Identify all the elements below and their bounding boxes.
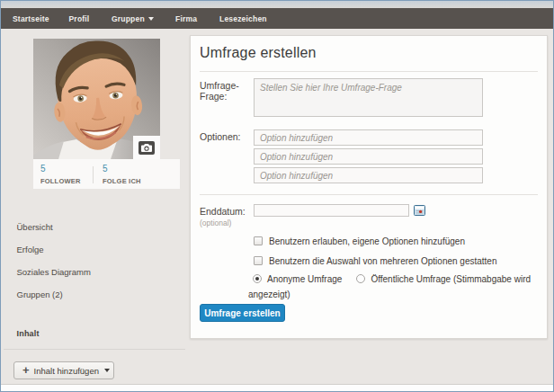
add-content-button[interactable]: + Inhalt hinzufügen	[13, 361, 114, 379]
following-label: FOLGE ICH	[103, 177, 141, 185]
options-label: Optionen:	[200, 129, 254, 186]
main-navigation: Startseite Profil Gruppen Firma Lesezeic…	[1, 8, 553, 29]
section-divider	[200, 194, 538, 195]
follower-stat[interactable]: 5 FOLLOWER	[40, 164, 81, 185]
nav-item-startseite[interactable]: Startseite	[13, 8, 49, 29]
checkbox-row-1: Benutzern erlauben, eigene Optionen hinz…	[200, 236, 538, 246]
sidebar-item-uebersicht[interactable]: Übersicht	[17, 222, 91, 245]
enddate-fields	[254, 204, 425, 227]
chevron-down-icon	[148, 17, 154, 21]
anonymous-poll-label: Anonyme Umfrage	[267, 274, 342, 284]
sidebar-item-erfolge[interactable]: Erfolge	[17, 245, 91, 267]
options-fields	[254, 129, 483, 186]
enddate-label-text: Enddatum:	[200, 206, 254, 217]
chevron-down-icon	[104, 369, 110, 372]
create-poll-panel: Umfrage erstellen Umfrage-Frage: Optione…	[190, 35, 548, 339]
profile-photo	[33, 39, 160, 159]
anonymous-poll-option: Anonyme Umfrage	[253, 274, 342, 284]
enddate-optional-note: (optional)	[200, 218, 254, 228]
options-row: Optionen:	[200, 129, 538, 186]
question-row: Umfrage-Frage:	[200, 78, 538, 120]
sidebar-menu: Übersicht Erfolge Soziales Diagramm Grup…	[17, 222, 91, 312]
public-poll-radio[interactable]	[356, 274, 365, 283]
camera-icon	[138, 141, 155, 155]
page-title: Umfrage erstellen	[200, 45, 538, 61]
follower-label: FOLLOWER	[40, 177, 81, 185]
nav-item-label: Profil	[69, 14, 90, 23]
footer-strip	[1, 384, 553, 391]
poll-option-input-1[interactable]	[254, 129, 483, 146]
edit-photo-button[interactable]	[133, 136, 160, 159]
sidebar-divider	[4, 349, 185, 350]
page: Startseite Profil Gruppen Firma Lesezeic…	[0, 0, 554, 392]
following-count: 5	[103, 164, 141, 174]
allow-multiple-options-label: Benutzern die Auswahl von mehreren Optio…	[269, 256, 497, 266]
title-divider	[200, 71, 538, 72]
nav-item-gruppen[interactable]: Gruppen	[112, 8, 154, 29]
nav-item-label: Startseite	[13, 14, 49, 23]
allow-multiple-options-checkbox[interactable]	[254, 256, 263, 265]
calendar-icon[interactable]	[414, 205, 425, 216]
enddate-input[interactable]	[254, 204, 409, 217]
following-stat[interactable]: 5 FOLGE ICH	[103, 164, 141, 185]
allow-own-options-checkbox[interactable]	[254, 236, 263, 245]
camera-glyph	[141, 144, 152, 152]
nav-item-profil[interactable]: Profil	[69, 8, 90, 29]
sidebar-section-inhalt: Inhalt	[17, 329, 40, 338]
poll-type-row: Anonyme UmfrageÖffentliche Umfrage (Stim…	[248, 273, 532, 304]
enddate-label: Enddatum: (optional)	[200, 204, 254, 227]
nav-item-label: Gruppen	[112, 14, 145, 23]
question-fields	[254, 78, 483, 120]
sidebar-item-gruppen[interactable]: Gruppen (2)	[17, 290, 91, 312]
poll-option-input-3[interactable]	[254, 167, 483, 183]
profile-stats: 5 FOLLOWER 5 FOLGE ICH	[33, 159, 180, 189]
poll-option-input-2[interactable]	[254, 148, 483, 165]
follower-count: 5	[40, 164, 81, 174]
nav-item-label: Lesezeichen	[219, 14, 267, 23]
stats-divider	[93, 166, 94, 183]
checkbox-row-2: Benutzern die Auswahl von mehreren Optio…	[200, 255, 538, 266]
nav-item-label: Firma	[175, 14, 197, 23]
allow-own-options-label: Benutzern erlauben, eigene Optionen hinz…	[269, 236, 465, 246]
enddate-row: Enddatum: (optional)	[200, 204, 538, 227]
create-poll-button[interactable]: Umfrage erstellen	[200, 304, 285, 322]
plus-icon: +	[22, 366, 30, 375]
anonymous-poll-radio[interactable]	[253, 274, 262, 283]
sidebar-item-soziales-diagramm[interactable]: Soziales Diagramm	[17, 267, 91, 290]
question-label: Umfrage-Frage:	[200, 78, 254, 120]
poll-question-input[interactable]	[254, 78, 483, 117]
top-strip	[1, 1, 553, 8]
add-content-label: Inhalt hinzufügen	[34, 366, 99, 376]
nav-item-lesezeichen[interactable]: Lesezeichen	[219, 8, 267, 29]
nav-item-firma[interactable]: Firma	[175, 8, 197, 29]
